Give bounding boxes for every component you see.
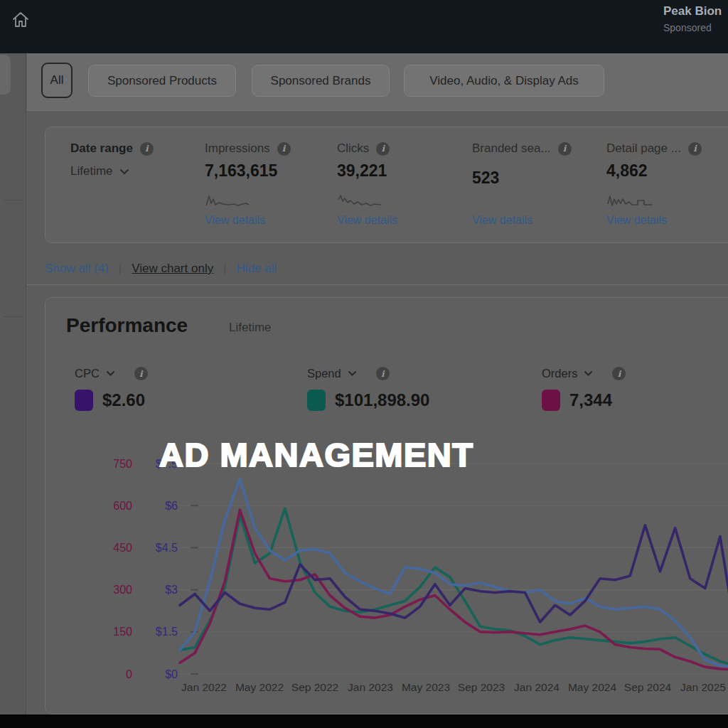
- divider: [27, 110, 728, 111]
- metric-label: Impressions: [205, 141, 270, 156]
- legend-orders: Orders i 7,344: [542, 367, 626, 411]
- tab-sponsored-brands[interactable]: Sponsored Brands: [252, 65, 390, 97]
- legend-metric-dropdown[interactable]: Orders: [542, 367, 577, 380]
- ad-management-screenshot: Peak Bion Sponsored All Sponsored Produc…: [0, 0, 728, 728]
- sidebar-divider: [3, 316, 23, 317]
- svg-text:Sep 2022: Sep 2022: [291, 681, 338, 693]
- show-all-link[interactable]: Show all (4): [45, 262, 109, 276]
- separator: |: [223, 262, 226, 276]
- svg-text:May 2023: May 2023: [402, 681, 450, 693]
- orders-color-swatch: [542, 390, 560, 411]
- svg-text:$1.5: $1.5: [156, 626, 178, 638]
- info-icon[interactable]: i: [376, 142, 390, 156]
- svg-text:$3: $3: [165, 584, 178, 596]
- legend-spend: Spend i $101,898.90: [307, 367, 429, 411]
- tab-video-audio-display[interactable]: Video, Audio, & Display Ads: [404, 65, 604, 97]
- legend-metric-dropdown[interactable]: CPC: [75, 367, 100, 380]
- performance-line-chart[interactable]: 0$0150$1.5300$3450$4.5600$6750$7.5Jan 20…: [0, 448, 728, 715]
- tab-all[interactable]: All: [41, 63, 73, 98]
- view-chart-only-link[interactable]: View chart only: [132, 262, 213, 276]
- svg-text:600: 600: [113, 500, 132, 512]
- chevron-down-icon: [584, 370, 593, 377]
- chart-visibility-controls: Show all (4) | View chart only | Hide al…: [45, 262, 277, 276]
- top-nav: Peak Bion Sponsored: [0, 0, 728, 53]
- spend-value: $101,898.90: [335, 390, 429, 410]
- svg-text:$0: $0: [165, 668, 178, 680]
- view-details-link[interactable]: View details: [472, 214, 532, 227]
- legend-cpc: CPC i $2.60: [75, 367, 148, 411]
- svg-text:May 2022: May 2022: [235, 681, 284, 693]
- hide-all-link[interactable]: Hide all: [237, 262, 277, 276]
- svg-text:$6: $6: [165, 500, 178, 512]
- cpc-color-swatch: [75, 390, 93, 411]
- svg-text:$4.5: $4.5: [156, 542, 178, 554]
- metric-value: 4,862: [606, 161, 648, 181]
- separator: |: [119, 262, 122, 276]
- view-details-link[interactable]: View details: [606, 214, 667, 227]
- metric-value: 39,221: [337, 161, 387, 181]
- brand-name: Peak Bion: [663, 4, 728, 18]
- info-icon[interactable]: i: [688, 142, 702, 156]
- spend-color-swatch: [307, 390, 326, 411]
- metric-label: Detail page ...: [606, 141, 681, 156]
- sparkline: [606, 193, 656, 211]
- home-icon[interactable]: [11, 10, 32, 31]
- svg-text:Sep 2023: Sep 2023: [458, 681, 505, 693]
- sidebar-divider: [3, 200, 23, 200]
- svg-text:0: 0: [126, 668, 132, 680]
- view-details-link[interactable]: View details: [205, 214, 265, 227]
- metric-label: Branded sea...: [472, 141, 551, 156]
- svg-text:300: 300: [113, 584, 132, 596]
- tab-sponsored-products[interactable]: Sponsored Products: [88, 65, 236, 97]
- sparkline: [337, 193, 382, 211]
- svg-text:150: 150: [113, 626, 132, 638]
- info-icon[interactable]: i: [134, 367, 148, 380]
- info-icon[interactable]: i: [558, 142, 572, 156]
- svg-text:Jan 2025: Jan 2025: [680, 681, 726, 693]
- metric-value: 7,163,615: [205, 161, 277, 181]
- chevron-down-icon: [106, 370, 115, 377]
- legend-metric-dropdown[interactable]: Spend: [307, 367, 341, 380]
- performance-subtitle: Lifetime: [229, 321, 272, 335]
- sidebar-expand-handle[interactable]: [0, 55, 11, 95]
- bottom-letterbox-bar: [0, 714, 728, 728]
- info-icon[interactable]: i: [376, 367, 390, 380]
- sparkline: [205, 193, 250, 211]
- view-details-link[interactable]: View details: [337, 214, 397, 227]
- brand-subtitle: Sponsored: [663, 22, 728, 33]
- overlay-title: AD MANAGEMENT: [159, 435, 473, 474]
- svg-text:Sep 2024: Sep 2024: [624, 681, 672, 693]
- chevron-down-icon: [348, 370, 357, 377]
- metric-label: Clicks: [337, 141, 369, 156]
- svg-text:Jan 2022: Jan 2022: [181, 681, 227, 693]
- orders-value: 7,344: [569, 390, 612, 410]
- metric-value: 523: [472, 168, 499, 188]
- date-range-dropdown[interactable]: Lifetime: [70, 164, 129, 178]
- divider: [27, 284, 728, 285]
- svg-text:450: 450: [113, 542, 132, 554]
- date-range-label: Date range: [70, 141, 133, 156]
- svg-text:Jan 2023: Jan 2023: [348, 681, 393, 693]
- info-icon[interactable]: i: [612, 367, 626, 380]
- summary-metrics-card: Date range i Lifetime Impressions i 7,16…: [45, 127, 728, 243]
- date-range-value: Lifetime: [70, 164, 113, 178]
- svg-text:Jan 2024: Jan 2024: [514, 681, 560, 693]
- cpc-value: $2.60: [102, 390, 145, 410]
- performance-title: Performance: [66, 314, 188, 337]
- chevron-down-icon: [119, 168, 129, 175]
- info-icon[interactable]: i: [277, 142, 291, 156]
- info-icon[interactable]: i: [140, 142, 154, 156]
- svg-text:750: 750: [113, 458, 132, 470]
- svg-text:May 2024: May 2024: [568, 681, 616, 693]
